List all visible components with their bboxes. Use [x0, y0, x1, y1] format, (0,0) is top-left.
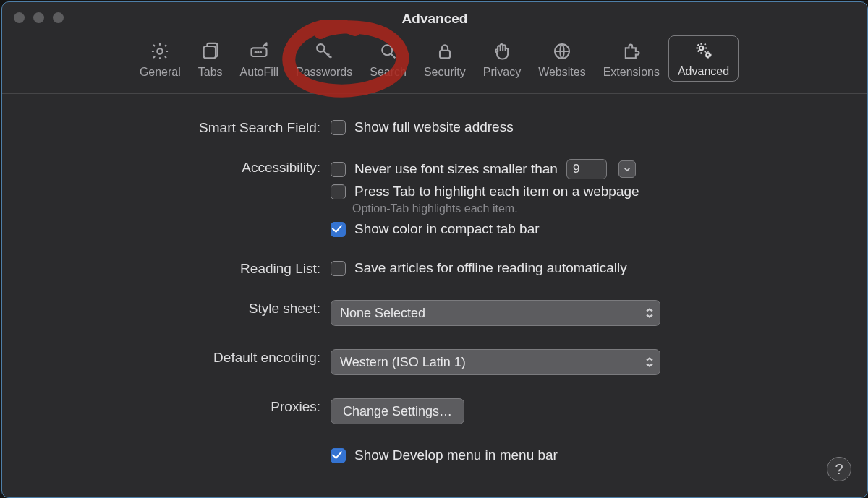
svg-rect-8: [440, 51, 450, 59]
autofill-icon: [249, 41, 269, 61]
preferences-window: Advanced General Tabs AutoFill Passwords: [1, 1, 868, 498]
tab-advanced[interactable]: Advanced: [668, 35, 739, 82]
show-develop-text: Show Develop menu in menu bar: [354, 447, 558, 463]
tab-autofill[interactable]: AutoFill: [231, 37, 287, 82]
tab-label: Security: [424, 66, 466, 79]
tab-security[interactable]: Security: [415, 37, 475, 82]
compact-color-checkbox[interactable]: [331, 222, 346, 237]
lock-icon: [435, 41, 455, 61]
tab-extensions[interactable]: Extensions: [595, 37, 668, 82]
preferences-toolbar: General Tabs AutoFill Passwords Search: [2, 35, 867, 89]
tab-label: Passwords: [296, 66, 352, 79]
hand-icon: [492, 41, 512, 61]
tab-label: Search: [370, 66, 407, 79]
tab-label: AutoFill: [240, 66, 278, 79]
style-sheet-label: Style sheet:: [2, 299, 331, 317]
tab-label: Privacy: [483, 66, 521, 79]
svg-point-0: [158, 48, 163, 53]
proxies-label: Proxies:: [2, 397, 331, 415]
svg-point-7: [382, 45, 392, 55]
tab-tabs[interactable]: Tabs: [190, 37, 231, 82]
tab-passwords[interactable]: Passwords: [287, 37, 361, 82]
save-offline-text: Save articles for offline reading automa…: [354, 260, 627, 276]
tabs-icon: [200, 41, 221, 61]
svg-rect-1: [203, 46, 215, 58]
tab-websites[interactable]: Websites: [529, 37, 595, 82]
updown-chevron-icon: [645, 357, 654, 368]
smart-search-label: Smart Search Field:: [2, 118, 331, 136]
default-encoding-popup[interactable]: Western (ISO Latin 1): [331, 349, 660, 375]
tab-search[interactable]: Search: [361, 37, 415, 82]
min-font-checkbox[interactable]: [331, 162, 346, 177]
save-offline-checkbox[interactable]: [331, 261, 346, 276]
change-proxy-settings-button[interactable]: Change Settings…: [331, 398, 464, 424]
show-full-url-checkbox[interactable]: [331, 120, 346, 135]
search-icon: [378, 41, 399, 61]
help-glyph: ?: [835, 461, 843, 478]
default-encoding-value: Western (ISO Latin 1): [340, 355, 466, 370]
tab-general[interactable]: General: [131, 37, 190, 82]
press-tab-hint: Option-Tab highlights each item.: [331, 202, 867, 215]
svg-point-5: [260, 51, 261, 52]
min-font-text: Never use font sizes smaller than: [354, 161, 558, 177]
min-font-stepper[interactable]: [618, 160, 636, 178]
svg-point-11: [706, 53, 709, 56]
press-tab-checkbox[interactable]: [331, 184, 346, 199]
gear-icon: [150, 41, 170, 61]
tab-label: Tabs: [198, 66, 223, 79]
tab-label: Advanced: [678, 65, 729, 78]
globe-icon: [552, 41, 572, 61]
updown-chevron-icon: [645, 308, 654, 319]
min-font-value[interactable]: 9: [566, 159, 607, 179]
style-sheet-popup[interactable]: None Selected: [331, 300, 660, 326]
key-icon: [314, 41, 334, 61]
help-button[interactable]: ?: [827, 457, 851, 481]
gears-icon: [694, 40, 714, 61]
window-title: Advanced: [2, 11, 867, 27]
tab-privacy[interactable]: Privacy: [475, 37, 529, 82]
accessibility-label: Accessibility:: [2, 158, 331, 176]
tab-label: General: [140, 66, 181, 79]
press-tab-text: Press Tab to highlight each item on a we…: [354, 184, 639, 199]
default-encoding-label: Default encoding:: [2, 348, 331, 366]
tab-label: Extensions: [603, 66, 660, 79]
svg-point-3: [255, 51, 256, 52]
compact-color-text: Show color in compact tab bar: [354, 221, 540, 237]
style-sheet-value: None Selected: [340, 306, 425, 321]
toolbar-separator: [2, 93, 867, 94]
settings-content: Smart Search Field: Show full website ad…: [2, 111, 867, 497]
proxy-button-label: Change Settings…: [343, 404, 452, 419]
show-develop-checkbox[interactable]: [331, 448, 346, 463]
tab-label: Websites: [538, 66, 586, 79]
puzzle-icon: [621, 41, 642, 61]
show-full-url-text: Show full website address: [354, 119, 514, 135]
svg-point-4: [258, 51, 258, 52]
reading-list-label: Reading List:: [2, 259, 331, 277]
svg-point-10: [699, 46, 703, 51]
